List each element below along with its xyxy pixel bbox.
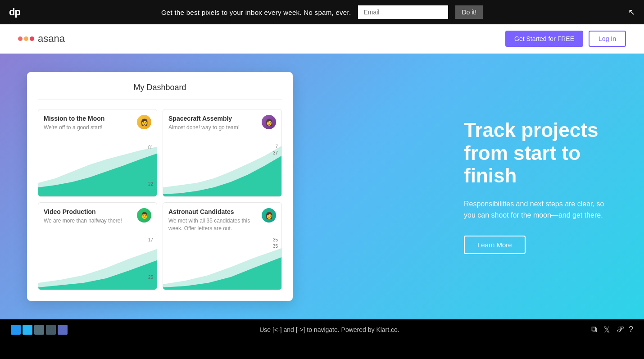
asana-header-right: Get Started for FREE Log In xyxy=(505,31,626,47)
bottom-nav-text: Use [<-] and [->] to navigate. Powered b… xyxy=(259,326,399,333)
project-card-moon: Mission to the Moon We're off to a good … xyxy=(38,109,157,197)
dashboard-title: My Dashboard xyxy=(38,83,282,100)
project-desc-video: We are more than halfway there! xyxy=(44,217,122,225)
bottom-bar: Use [<-] and [->] to navigate. Powered b… xyxy=(0,319,644,340)
top-bar: dp Get the best pixels to your inbox eve… xyxy=(0,0,644,24)
swatch-3[interactable] xyxy=(34,325,44,335)
chart-label-moon-bottom: 22 xyxy=(148,182,153,186)
chart-label-moon-top: 81 xyxy=(148,144,153,151)
project-title-video: Video Production xyxy=(44,208,122,215)
chart-spacecraft: 7 37 xyxy=(163,142,281,196)
avatar-astronaut: 👩 xyxy=(262,208,276,223)
avatar-moon: 👩 xyxy=(137,115,151,129)
chart-label-astronaut-bottom: 35 xyxy=(273,244,278,249)
hero-text: Track projects from start to finish Resp… xyxy=(446,119,617,254)
swatch-4[interactable] xyxy=(46,325,56,335)
login-button[interactable]: Log In xyxy=(589,31,626,47)
project-desc-astronaut: We met with all 35 candidates this week.… xyxy=(168,217,262,232)
hero-heading: Track projects from start to finish xyxy=(464,119,617,187)
swatch-5[interactable] xyxy=(58,325,68,335)
chart-label-video-bottom: 25 xyxy=(148,275,153,280)
chart-label-spacecraft-mid: 37 xyxy=(273,150,278,155)
asana-name: asana xyxy=(38,33,65,45)
project-card-spacecraft: Spacecraft Assembly Almost done! way to … xyxy=(163,109,282,197)
project-desc-spacecraft: Almost done! way to go team! xyxy=(168,124,240,132)
chart-label-spacecraft-top: 7 xyxy=(275,144,278,149)
asana-logo: asana xyxy=(18,33,65,45)
get-started-button[interactable]: Get Started for FREE xyxy=(505,31,583,47)
chart-label-astronaut-top: 35 xyxy=(273,237,278,242)
avatar-video: 👨 xyxy=(137,208,151,223)
chart-video: 17 25 xyxy=(38,236,157,290)
dot-orange xyxy=(24,36,28,41)
learn-more-button[interactable]: Learn More xyxy=(464,236,526,254)
cursor-icon: ↖ xyxy=(628,7,635,17)
project-grid: Mission to the Moon We're off to a good … xyxy=(38,109,282,290)
project-card-video: Video Production We are more than halfwa… xyxy=(38,202,157,290)
project-title-spacecraft: Spacecraft Assembly xyxy=(168,115,240,122)
asana-dots xyxy=(18,36,34,41)
do-it-button[interactable]: Do it! xyxy=(455,5,483,19)
chart-label-video-top: 17 xyxy=(148,237,153,242)
help-icon[interactable]: ? xyxy=(629,325,633,335)
external-link-icon[interactable]: ⧉ xyxy=(591,325,597,335)
project-title-astronaut: Astronaut Candidates xyxy=(168,208,262,215)
hero-body: Responsibilities and next steps are clea… xyxy=(464,198,617,221)
project-title-moon: Mission to the Moon xyxy=(44,115,104,122)
project-desc-moon: We're off to a good start! xyxy=(44,124,104,132)
dashboard-card: My Dashboard Mission to the Moon We're o… xyxy=(27,72,293,301)
pinterest-icon[interactable]: 𝒫 xyxy=(617,325,622,335)
chart-astronaut: 35 35 xyxy=(163,236,281,290)
hero-section: My Dashboard Mission to the Moon We're o… xyxy=(0,54,644,319)
email-input[interactable] xyxy=(358,5,448,19)
swatch-1[interactable] xyxy=(11,325,21,335)
promo-text: Get the best pixels to your inbox every … xyxy=(161,9,351,16)
color-swatches xyxy=(11,325,68,335)
dp-logo: dp xyxy=(9,6,20,18)
project-card-astronaut: Astronaut Candidates We met with all 35 … xyxy=(163,202,282,290)
chart-moon: 81 22 xyxy=(38,142,157,196)
svg-marker-1 xyxy=(38,154,157,196)
asana-header: asana Get Started for FREE Log In xyxy=(0,24,644,54)
bottom-icons: ⧉ 𝕏 𝒫 ? xyxy=(591,325,633,335)
dot-pink xyxy=(18,36,23,41)
twitter-icon[interactable]: 𝕏 xyxy=(603,325,610,335)
avatar-spacecraft: 👩 xyxy=(262,115,276,129)
dot-red xyxy=(30,36,34,41)
swatch-2[interactable] xyxy=(23,325,32,335)
